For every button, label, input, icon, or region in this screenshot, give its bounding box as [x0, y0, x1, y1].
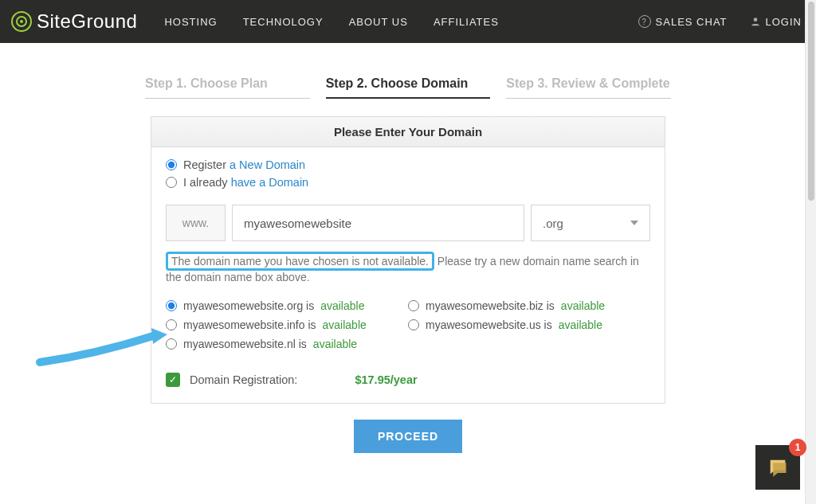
sales-chat-link[interactable]: ? SALES CHAT	[638, 15, 728, 28]
suggestion-status-1: available	[561, 299, 605, 312]
logo[interactable]: SiteGround	[11, 10, 137, 33]
availability-message: The domain name you have chosen is not a…	[166, 254, 650, 285]
user-icon	[750, 16, 761, 27]
topbar: SiteGround HOSTING TECHNOLOGY ABOUT US A…	[0, 0, 816, 43]
check-icon[interactable]: ✓	[166, 373, 180, 387]
registration-row: ✓ Domain Registration: $17.95/year	[166, 373, 650, 387]
suggestion-1[interactable]: myawesomewebsite.biz is available	[408, 299, 650, 312]
steps: Step 1. Choose Plan Step 2. Choose Domai…	[145, 76, 671, 99]
nav-technology[interactable]: TECHNOLOGY	[243, 16, 324, 28]
option-have-radio[interactable]	[166, 177, 177, 188]
suggestion-status-4: available	[313, 338, 357, 350]
suggestion-radio-0[interactable]	[166, 300, 177, 311]
option-register-link: a New Domain	[230, 158, 305, 171]
chat-icon	[767, 456, 789, 479]
suggestion-radio-2[interactable]	[166, 319, 177, 330]
suggestion-radio-3[interactable]	[408, 319, 419, 330]
option-have-prefix: I already	[183, 176, 231, 189]
login-label: LOGIN	[766, 16, 802, 28]
option-register-prefix: Register	[183, 158, 230, 171]
main-nav: HOSTING TECHNOLOGY ABOUT US AFFILIATES	[164, 16, 498, 28]
domain-panel: Please Enter Your Domain Register a New …	[151, 116, 665, 404]
scrollbar[interactable]	[805, 0, 816, 504]
help-icon: ?	[638, 15, 651, 28]
option-have[interactable]: I already have a Domain	[166, 176, 650, 189]
suggestion-0[interactable]: myawesomewebsite.org is available	[166, 299, 408, 312]
suggestion-text-1: myawesomewebsite.biz is	[426, 299, 555, 312]
availability-highlight: The domain name you have chosen is not a…	[166, 252, 434, 271]
option-register-radio[interactable]	[166, 159, 177, 170]
domain-input[interactable]	[232, 205, 524, 241]
tld-value: .org	[543, 217, 563, 230]
scrollbar-thumb[interactable]	[808, 2, 814, 201]
sales-chat-label: SALES CHAT	[656, 16, 728, 28]
registration-label: Domain Registration:	[190, 373, 297, 386]
chat-badge: 1	[789, 439, 806, 456]
logo-icon	[11, 11, 32, 32]
registration-price: $17.95/year	[355, 373, 417, 386]
svg-point-0	[753, 18, 757, 21]
option-have-link: have a Domain	[231, 176, 309, 189]
tld-select[interactable]: .org	[531, 205, 650, 241]
suggestion-2[interactable]: myawesomewebsite.info is available	[166, 318, 408, 331]
suggestion-radio-1[interactable]	[408, 300, 419, 311]
domain-prefix: www.	[166, 205, 226, 241]
step-2[interactable]: Step 2. Choose Domain	[326, 76, 491, 99]
suggestion-text-0: myawesomewebsite.org is	[183, 299, 314, 312]
suggestion-status-2: available	[323, 318, 367, 331]
suggestion-radio-4[interactable]	[166, 338, 177, 350]
chevron-down-icon	[630, 221, 638, 225]
proceed-button[interactable]: PROCEED	[354, 420, 462, 453]
suggestion-3[interactable]: myawesomewebsite.us is available	[408, 318, 650, 331]
option-register[interactable]: Register a New Domain	[166, 158, 650, 171]
nav-hosting[interactable]: HOSTING	[164, 16, 217, 28]
suggestion-text-4: myawesomewebsite.nl is	[183, 338, 307, 350]
annotation-arrow	[32, 318, 167, 382]
step-1[interactable]: Step 1. Choose Plan	[145, 76, 310, 99]
domain-row: www. .org	[166, 205, 650, 241]
suggestion-status-3: available	[559, 318, 602, 331]
panel-title: Please Enter Your Domain	[151, 117, 665, 147]
brand-text: SiteGround	[37, 10, 137, 33]
suggestion-4[interactable]: myawesomewebsite.nl is available	[166, 338, 408, 350]
step-3[interactable]: Step 3. Review & Complete	[506, 76, 671, 99]
suggestions-grid: myawesomewebsite.org is availablemyaweso…	[166, 299, 650, 350]
suggestion-text-2: myawesomewebsite.info is	[183, 318, 316, 331]
suggestion-status-0: available	[320, 299, 364, 312]
chat-widget[interactable]: 1	[755, 445, 800, 490]
login-link[interactable]: LOGIN	[750, 16, 802, 28]
nav-affiliates[interactable]: AFFILIATES	[434, 16, 499, 28]
suggestion-text-3: myawesomewebsite.us is	[426, 318, 552, 331]
topbar-right: ? SALES CHAT LOGIN	[638, 15, 802, 28]
nav-about[interactable]: ABOUT US	[349, 16, 408, 28]
